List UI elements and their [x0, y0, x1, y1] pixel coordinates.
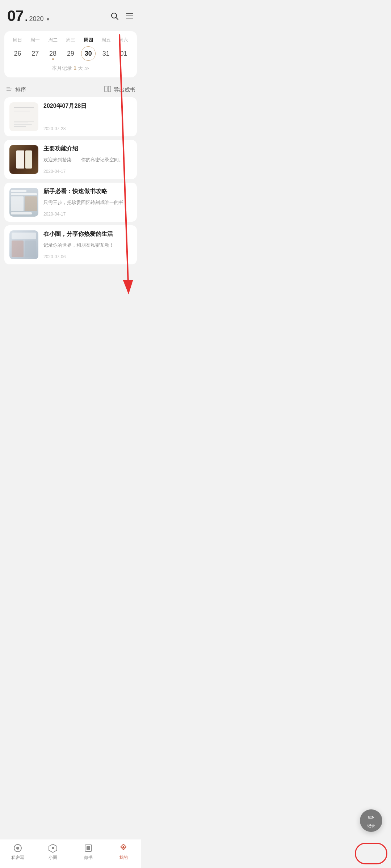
weekday-thu: 周四 [81, 37, 96, 43]
header-icons [110, 12, 134, 20]
weekday-wed: 周三 [63, 37, 78, 43]
list-item[interactable]: 2020年07月28日 2020-07-28 [4, 97, 137, 136]
social-sq-2 [25, 241, 37, 257]
date-31[interactable]: 31 [99, 46, 113, 61]
list-item[interactable]: 新手必看：快速做书攻略 只需三步，把珍贵回忆铸刻成唯一的书！ 2020-04-1… [4, 183, 137, 222]
entry-content-3: 新手必看：快速做书攻略 只需三步，把珍贵回忆铸刻成唯一的书！ 2020-04-1… [43, 188, 132, 217]
record-count: 1 [73, 65, 76, 71]
weekday-sun: 周日 [10, 37, 25, 43]
entry-thumbnail-4 [9, 230, 38, 259]
entry-preview-2: 欢迎来到拾柒——你的私密记录空间。 [43, 157, 132, 163]
date-01[interactable]: 01 [116, 46, 131, 61]
entry-thumbnail-1 [9, 102, 38, 131]
menu-button[interactable] [125, 12, 134, 20]
export-button[interactable]: 导出成书 [104, 85, 135, 94]
social-blocks [12, 241, 36, 257]
event-dot [52, 58, 54, 60]
date-28[interactable]: 28 [46, 46, 60, 61]
entry-content-2: 主要功能介绍 欢迎来到拾柒——你的私密记录空间。 2020-04-17 [43, 145, 132, 174]
entry-date-1: 2020-07-28 [43, 126, 132, 131]
date-29[interactable]: 29 [63, 46, 78, 61]
date-30[interactable]: 30 [81, 46, 96, 61]
header-dot: . [25, 12, 28, 24]
entry-content-1: 2020年07月28日 2020-07-28 [43, 102, 132, 131]
entry-thumbnail-3 [9, 188, 38, 217]
header-month: 07 [7, 7, 24, 25]
entry-title-1: 2020年07月28日 [43, 102, 132, 110]
weekday-fri: 周五 [99, 37, 113, 43]
search-button[interactable] [110, 12, 119, 20]
sort-button[interactable]: 排序 [6, 85, 26, 94]
dates-row: 26 27 28 29 30 31 01 [9, 46, 133, 61]
weekday-tue: 周二 [46, 37, 60, 43]
thumb-app [9, 188, 38, 217]
chevron-down-icon[interactable]: ▾ [47, 16, 49, 22]
entry-title-4: 在小圈，分享你热爱的生活 [43, 230, 132, 238]
toolbar: 排序 导出成书 [0, 80, 141, 97]
calendar-summary[interactable]: 本月记录 1 天 ≫ [9, 65, 133, 73]
list-item[interactable]: 在小圈，分享你热爱的生活 记录你的世界，和朋友私密互动！ 2020-07-06 [4, 225, 137, 264]
entry-date-3: 2020-04-17 [43, 212, 132, 217]
entry-thumbnail-2 [9, 145, 38, 174]
entry-title-3: 新手必看：快速做书攻略 [43, 188, 132, 195]
export-icon [104, 85, 112, 94]
export-label: 导出成书 [114, 86, 135, 93]
header: 07 . 2020 ▾ [0, 0, 141, 28]
weekday-mon: 周一 [28, 37, 42, 43]
social-block-1 [12, 233, 36, 239]
svg-rect-8 [105, 86, 107, 92]
weekdays-row: 周日 周一 周二 周三 周四 周五 周六 [9, 37, 133, 43]
entry-preview-3: 只需三步，把珍贵回忆铸刻成唯一的书！ [43, 199, 132, 206]
date-27[interactable]: 27 [28, 46, 42, 61]
header-year: 2020 [29, 15, 44, 23]
sort-label: 排序 [15, 86, 26, 93]
entry-date-2: 2020-04-17 [43, 169, 132, 174]
thumb-book [9, 145, 38, 174]
entry-content-4: 在小圈，分享你热爱的生活 记录你的世界，和朋友私密互动！ 2020-07-06 [43, 230, 132, 259]
thumb-social [9, 230, 38, 259]
weekday-sat: 周六 [116, 37, 131, 43]
entry-preview-4: 记录你的世界，和朋友私密互动！ [43, 242, 132, 248]
sort-icon [6, 85, 13, 94]
list-item[interactable]: 主要功能介绍 欢迎来到拾柒——你的私密记录空间。 2020-04-17 [4, 140, 137, 179]
entry-title-2: 主要功能介绍 [43, 145, 132, 153]
svg-line-1 [116, 18, 118, 20]
header-title[interactable]: 07 . 2020 ▾ [7, 7, 49, 25]
entry-date-4: 2020-07-06 [43, 254, 132, 259]
calendar-card: 周日 周一 周二 周三 周四 周五 周六 26 27 28 29 30 31 0… [4, 31, 137, 77]
date-26[interactable]: 26 [10, 46, 25, 61]
entry-list: 2020年07月28日 2020-07-28 主要功能介绍 欢迎来到拾柒——你的… [0, 97, 141, 264]
svg-rect-9 [108, 86, 111, 92]
social-sq-1 [12, 241, 24, 257]
book-pages [16, 150, 32, 169]
